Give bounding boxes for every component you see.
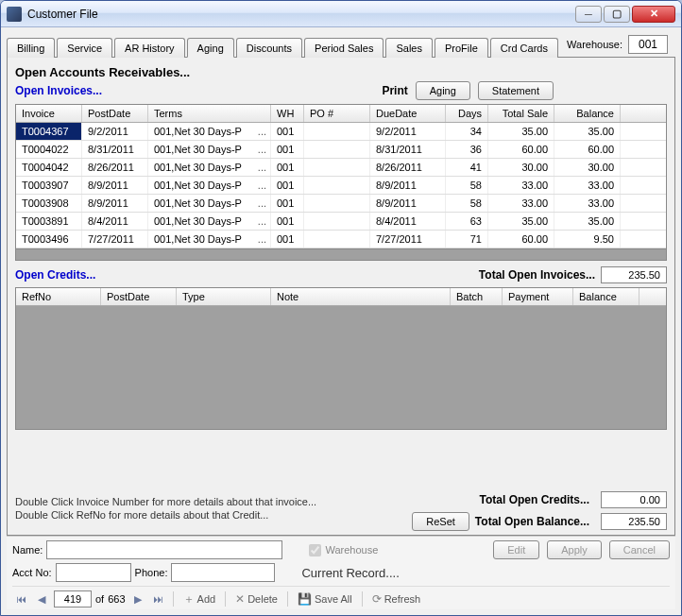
credits-body <box>16 306 666 429</box>
tab-period-sales[interactable]: Period Sales <box>304 38 384 58</box>
invoices-gap <box>16 248 666 260</box>
cell-po <box>304 195 370 212</box>
footer-form: Name: Warehouse Edit Apply Cancel Acct N… <box>7 536 675 609</box>
tab-billing[interactable]: Billing <box>7 38 55 58</box>
col-postdate[interactable]: PostDate <box>82 105 148 122</box>
col-note[interactable]: Note <box>271 288 451 305</box>
nav-next-icon[interactable]: ▶ <box>129 590 146 607</box>
cell-terms: 001,Net 30 Days-P... <box>148 213 271 230</box>
table-row[interactable]: T00039078/9/2011001,Net 30 Days-P...0018… <box>16 177 666 195</box>
ellipsis-icon[interactable]: ... <box>258 144 266 155</box>
cell-wh: 001 <box>271 141 304 158</box>
cell-invoice[interactable]: T0003496 <box>16 231 82 248</box>
tab-aging[interactable]: Aging <box>187 38 234 58</box>
cell-po <box>304 213 370 230</box>
tab-crd-cards[interactable]: Crd Cards <box>490 38 558 58</box>
titlebar[interactable]: Customer File ─ ▢ ✕ <box>1 1 681 27</box>
cell-invoice[interactable]: T0004367 <box>16 123 82 140</box>
nav-prev-icon[interactable]: ◀ <box>33 590 50 607</box>
table-row[interactable]: T00039088/9/2011001,Net 30 Days-P...0018… <box>16 195 666 213</box>
ellipsis-icon[interactable]: ... <box>258 197 266 209</box>
acct-input[interactable] <box>56 563 131 582</box>
col-credit-balance[interactable]: Balance <box>573 288 639 305</box>
tab-profile[interactable]: ProFile <box>435 38 488 58</box>
cancel-button[interactable]: Cancel <box>609 540 670 559</box>
tab-sales[interactable]: Sales <box>385 38 433 58</box>
tab-service[interactable]: Service <box>57 38 112 58</box>
cell-balance: 60.00 <box>554 141 621 158</box>
warehouse-check-input[interactable] <box>309 544 321 556</box>
cell-invoice[interactable]: T0003908 <box>16 195 82 212</box>
table-row[interactable]: T00038918/4/2011001,Net 30 Days-P...0018… <box>16 213 666 231</box>
edit-button[interactable]: Edit <box>493 540 539 559</box>
nav-first-icon[interactable]: ⏮ <box>12 590 29 607</box>
col-balance[interactable]: Balance <box>554 105 621 122</box>
nav-refresh-button[interactable]: ⟳Refresh <box>368 592 425 606</box>
cell-invoice[interactable]: T0004022 <box>16 141 82 158</box>
nav-position-input[interactable] <box>54 590 92 607</box>
cell-terms: 001,Net 30 Days-P... <box>148 123 271 140</box>
table-row[interactable]: T00040428/26/2011001,Net 30 Days-P...001… <box>16 159 666 177</box>
table-row[interactable]: T00034967/27/2011001,Net 30 Days-P...001… <box>16 231 666 248</box>
open-credits-link[interactable]: Open Credits... <box>15 268 95 282</box>
ellipsis-icon[interactable]: ... <box>258 215 266 227</box>
col-type[interactable]: Type <box>177 288 271 305</box>
nav-delete-button[interactable]: ✕Delete <box>231 592 281 606</box>
col-credit-postdate[interactable]: PostDate <box>101 288 177 305</box>
nav-add-button[interactable]: ＋Add <box>179 591 220 607</box>
warehouse-row: Warehouse: 001 <box>567 35 668 54</box>
phone-input[interactable] <box>171 563 275 582</box>
cell-terms: 001,Net 30 Days-P... <box>148 195 271 212</box>
warehouse-label: Warehouse: <box>567 39 622 50</box>
open-invoices-link[interactable]: Open Invoices... <box>15 84 102 97</box>
table-row[interactable]: T00040228/31/2011001,Net 30 Days-P...001… <box>16 141 666 159</box>
col-totalsale[interactable]: Total Sale <box>488 105 554 122</box>
cell-duedate: 8/9/2011 <box>370 195 446 212</box>
col-payment[interactable]: Payment <box>503 288 573 305</box>
col-refno[interactable]: RefNo <box>16 288 101 305</box>
cell-terms: 001,Net 30 Days-P... <box>148 177 271 194</box>
cell-duedate: 8/26/2011 <box>370 159 446 176</box>
cell-invoice[interactable]: T0003907 <box>16 177 82 194</box>
credits-header: RefNo PostDate Type Note Batch Payment B… <box>16 288 666 306</box>
cell-wh: 001 <box>271 195 304 212</box>
invoices-grid[interactable]: Invoice PostDate Terms WH PO # DueDate D… <box>15 104 667 261</box>
col-days[interactable]: Days <box>446 105 488 122</box>
tab-discounts[interactable]: Discounts <box>236 38 302 58</box>
col-duedate[interactable]: DueDate <box>370 105 446 122</box>
acct-label: Acct No: <box>12 567 52 578</box>
cell-po <box>304 123 370 140</box>
col-po[interactable]: PO # <box>304 105 370 122</box>
col-terms[interactable]: Terms <box>148 105 271 122</box>
maximize-button[interactable]: ▢ <box>604 6 630 23</box>
total-open-balance-value: 235.50 <box>601 513 667 530</box>
cell-wh: 001 <box>271 159 304 176</box>
warehouse-value[interactable]: 001 <box>628 35 668 54</box>
cell-total: 33.00 <box>488 177 554 194</box>
cell-invoice[interactable]: T0004042 <box>16 159 82 176</box>
apply-button[interactable]: Apply <box>547 540 602 559</box>
cell-total: 35.00 <box>488 123 554 140</box>
col-invoice[interactable]: Invoice <box>16 105 82 122</box>
col-batch[interactable]: Batch <box>451 288 503 305</box>
minimize-button[interactable]: ─ <box>575 6 602 23</box>
reset-button[interactable]: ReSet <box>412 512 469 531</box>
table-row[interactable]: T00043679/2/2011001,Net 30 Days-P...0019… <box>16 123 666 141</box>
nav-saveall-button[interactable]: 💾Save All <box>294 592 356 606</box>
statement-button[interactable]: Statement <box>478 81 554 100</box>
ellipsis-icon[interactable]: ... <box>258 180 266 191</box>
tab-ar-history[interactable]: AR History <box>114 38 185 58</box>
credits-grid[interactable]: RefNo PostDate Type Note Batch Payment B… <box>15 287 667 430</box>
nav-last-icon[interactable]: ⏭ <box>150 590 167 607</box>
ellipsis-icon[interactable]: ... <box>258 162 266 173</box>
total-open-invoices-value: 235.50 <box>601 266 667 283</box>
cell-wh: 001 <box>271 123 304 140</box>
aging-button[interactable]: Aging <box>416 81 470 100</box>
name-input[interactable] <box>46 540 282 559</box>
ellipsis-icon[interactable]: ... <box>258 233 266 245</box>
warehouse-checkbox[interactable]: Warehouse <box>309 544 378 556</box>
close-button[interactable]: ✕ <box>632 6 675 23</box>
ellipsis-icon[interactable]: ... <box>258 126 266 137</box>
cell-invoice[interactable]: T0003891 <box>16 213 82 230</box>
col-wh[interactable]: WH <box>271 105 304 122</box>
